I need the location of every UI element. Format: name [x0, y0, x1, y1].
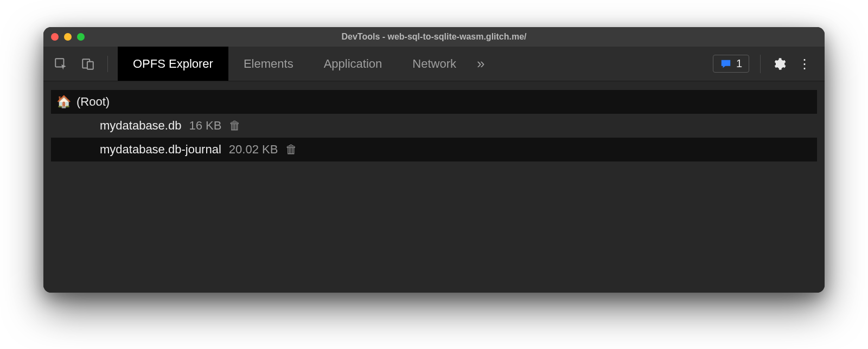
tree-root-label: (Root): [76, 95, 110, 109]
svg-rect-2: [87, 61, 93, 69]
minimize-window-button[interactable]: [64, 33, 72, 41]
opfs-explorer-panel: 🏠 (Root) mydatabase.db 16 KB 🗑 mydatabas…: [43, 81, 825, 293]
traffic-lights: [51, 33, 85, 41]
tree-file-row[interactable]: mydatabase.db 16 KB 🗑: [51, 114, 817, 138]
toolbar-divider: [107, 56, 108, 72]
tab-label: OPFS Explorer: [133, 57, 213, 71]
file-size: 20.02 KB: [229, 143, 278, 157]
issues-button[interactable]: 1: [713, 55, 749, 73]
tree-file-row[interactable]: mydatabase.db-journal 20.02 KB 🗑: [51, 138, 817, 161]
close-window-button[interactable]: [51, 33, 59, 41]
window-title: DevTools - web-sql-to-sqlite-wasm.glitch…: [43, 32, 825, 42]
panel-tabs: OPFS Explorer Elements Application Netwo…: [118, 47, 701, 81]
settings-button[interactable]: [771, 56, 787, 72]
file-size: 16 KB: [189, 119, 221, 133]
chevron-double-right-icon: »: [477, 55, 484, 72]
trash-icon: 🗑: [229, 119, 241, 133]
tab-application[interactable]: Application: [309, 47, 398, 81]
file-name: mydatabase.db-journal: [100, 143, 221, 157]
tab-elements[interactable]: Elements: [228, 47, 309, 81]
tab-label: Application: [324, 57, 382, 71]
file-name: mydatabase.db: [100, 119, 181, 133]
toolbar-left: [43, 47, 118, 81]
titlebar: DevTools - web-sql-to-sqlite-wasm.glitch…: [43, 27, 825, 47]
tab-opfs-explorer[interactable]: OPFS Explorer: [118, 47, 228, 81]
tree-root-row[interactable]: 🏠 (Root): [51, 90, 817, 114]
tab-label: Elements: [244, 57, 293, 71]
kebab-icon: ⋮: [798, 56, 812, 72]
delete-file-button[interactable]: 🗑: [229, 119, 241, 133]
more-options-button[interactable]: ⋮: [797, 56, 813, 72]
chat-icon: [720, 58, 732, 70]
tab-network[interactable]: Network: [397, 47, 471, 81]
inspect-element-icon[interactable]: [53, 56, 68, 72]
toolbar-right: 1 ⋮: [701, 47, 825, 81]
tab-label: Network: [412, 57, 456, 71]
file-tree: 🏠 (Root) mydatabase.db 16 KB 🗑 mydatabas…: [51, 90, 817, 161]
toolbar-divider: [760, 55, 761, 73]
gear-icon: [772, 57, 786, 71]
delete-file-button[interactable]: 🗑: [285, 143, 297, 157]
issues-count: 1: [736, 57, 742, 70]
trash-icon: 🗑: [285, 143, 297, 157]
home-icon: 🏠: [56, 95, 71, 109]
devtools-window: DevTools - web-sql-to-sqlite-wasm.glitch…: [43, 27, 825, 293]
more-tabs-button[interactable]: »: [471, 47, 495, 81]
toolbar: OPFS Explorer Elements Application Netwo…: [43, 47, 825, 81]
device-toolbar-icon[interactable]: [80, 56, 95, 72]
maximize-window-button[interactable]: [77, 33, 85, 41]
